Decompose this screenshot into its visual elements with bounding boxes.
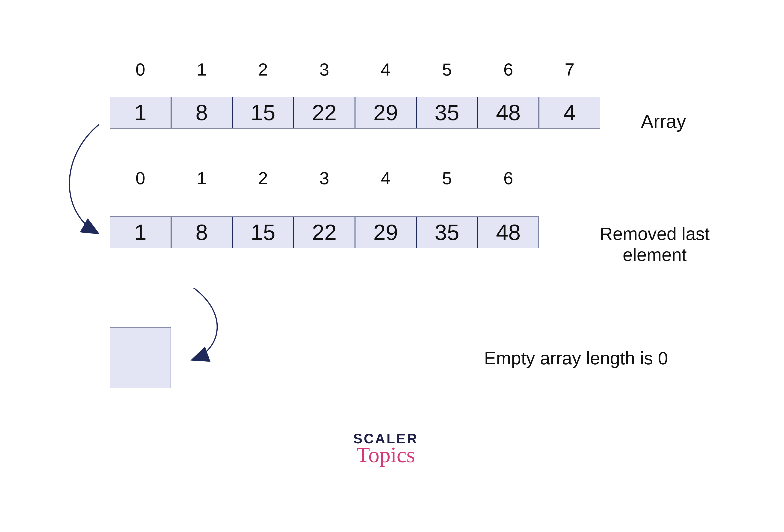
array3-label: Empty array length is 0 (484, 348, 668, 369)
index-label: 2 (232, 59, 294, 80)
array-cell: 8 (171, 97, 232, 128)
index-label: 4 (355, 59, 416, 80)
array-cell: 15 (232, 97, 294, 128)
array-cell: 35 (416, 216, 478, 248)
array1-indices: 0 1 2 3 4 5 6 7 (110, 59, 600, 80)
array1-label: Array (641, 111, 686, 132)
index-label: 2 (232, 168, 294, 188)
array-cell: 4 (539, 97, 600, 128)
array-cell: 15 (232, 216, 294, 248)
index-label: 1 (171, 168, 232, 188)
curved-arrow-icon (194, 288, 217, 359)
curved-arrow-icon (69, 124, 99, 233)
array-cell: 1 (110, 97, 171, 128)
array-cell: 48 (478, 216, 539, 248)
array-cell: 35 (416, 97, 478, 128)
index-label: 4 (355, 168, 416, 188)
index-label: 1 (171, 59, 232, 80)
array-cell: 8 (171, 216, 232, 248)
brand-topics-text: Topics (353, 442, 418, 468)
index-label: 0 (110, 168, 171, 188)
empty-array-cell (110, 327, 171, 388)
index-label: 3 (294, 168, 355, 188)
array-cell: 29 (355, 216, 416, 248)
index-label: 5 (416, 168, 478, 188)
index-label: 6 (478, 168, 539, 188)
array-cell: 22 (294, 97, 355, 128)
array1-row: 1 8 15 22 29 35 48 4 (110, 97, 600, 128)
index-label: 5 (416, 59, 478, 80)
array-cell: 22 (294, 216, 355, 248)
array2-indices: 0 1 2 3 4 5 6 (110, 168, 539, 188)
array-cell: 48 (478, 97, 539, 128)
array2-label: Removed last element (572, 224, 738, 265)
array2-row: 1 8 15 22 29 35 48 (110, 216, 539, 248)
array-cell: 1 (110, 216, 171, 248)
index-label: 6 (478, 59, 539, 80)
array-cell: 29 (355, 97, 416, 128)
index-label: 3 (294, 59, 355, 80)
index-label: 7 (539, 59, 600, 80)
brand-logo: SCALER Topics (353, 431, 418, 468)
index-label: 0 (110, 59, 171, 80)
